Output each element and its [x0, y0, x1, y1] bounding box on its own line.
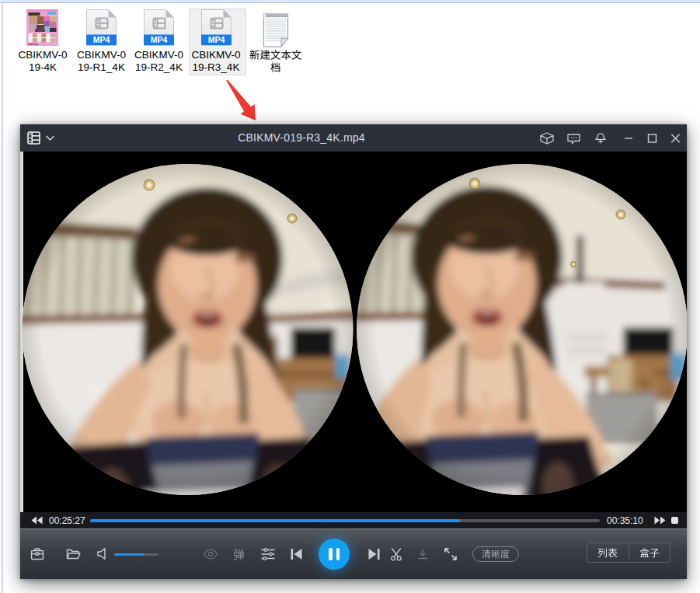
svg-text:MP4: MP4 — [93, 35, 110, 44]
svg-text:MP4: MP4 — [207, 35, 225, 44]
svg-text:MP4: MP4 — [151, 35, 168, 44]
